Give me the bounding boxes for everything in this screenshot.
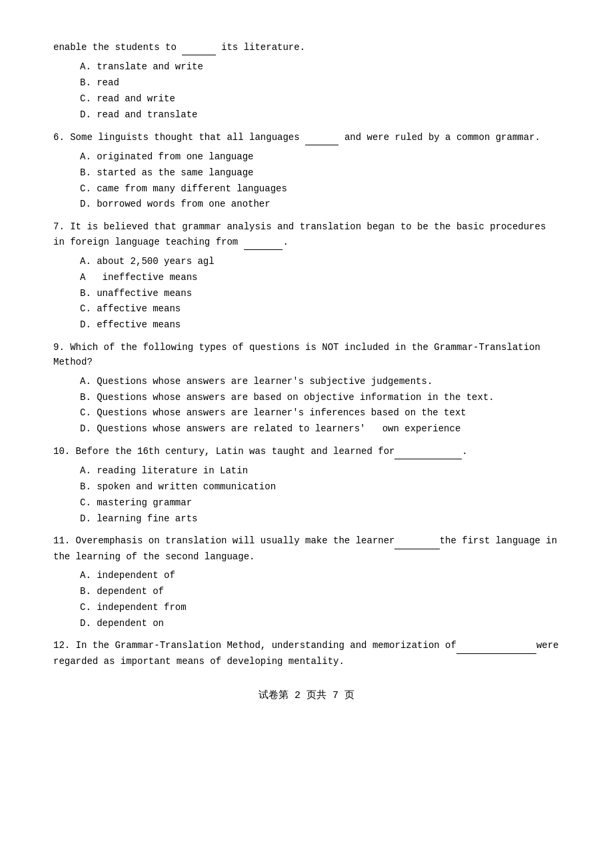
list-item: C. mastering grammar <box>80 495 560 511</box>
options-q10: A. reading literature in Latin B. spoken… <box>80 463 560 527</box>
intro-options: A. translate and write B. read C. read a… <box>80 59 560 123</box>
blank-intro <box>182 40 215 55</box>
list-item: D. read and translate <box>80 107 560 123</box>
list-item: A. reading literature in Latin <box>80 463 560 479</box>
list-item: B. Questions whose answers are based on … <box>80 390 560 406</box>
intro-line: enable the students to its literature. <box>53 40 560 55</box>
list-item: B. started as the same language <box>80 165 560 181</box>
list-item: A. translate and write <box>80 59 560 75</box>
page-footer: 试卷第 2 页共 7 页 <box>53 689 560 701</box>
page-content: enable the students to its literature. A… <box>53 40 560 701</box>
list-item: A. originated from one language <box>80 149 560 165</box>
blank-q7 <box>244 235 283 250</box>
blank-q12 <box>456 638 536 653</box>
list-item: B. dependent of <box>80 584 560 600</box>
list-item: C. Questions whose answers are learner's… <box>80 405 560 421</box>
options-q11: A. independent of B. dependent of C. ind… <box>80 568 560 631</box>
options-q6: A. originated from one language B. start… <box>80 149 560 213</box>
list-item: C. affective means <box>80 301 560 317</box>
list-item: A. about 2,500 years agl <box>80 254 560 270</box>
list-item: C. came from many different languages <box>80 181 560 197</box>
blank-q10 <box>394 444 462 459</box>
blank-q6 <box>305 130 338 145</box>
question-7: 7. It is believed that grammar analysis … <box>53 219 560 250</box>
list-item: A ineffective means <box>80 270 560 286</box>
footer-text: 试卷第 2 页共 7 页 <box>259 690 354 701</box>
list-item: A. independent of <box>80 568 560 584</box>
list-item: D. borrowed words from one another <box>80 197 560 213</box>
list-item: A. Questions whose answers are learner's… <box>80 374 560 390</box>
list-item: B. unaffective means <box>80 286 560 302</box>
list-item: C. read and write <box>80 91 560 107</box>
list-item: D. Questions whose answers are related t… <box>80 421 560 437</box>
list-item: B. read <box>80 75 560 91</box>
question-9: 9. Which of the following types of quest… <box>53 340 560 370</box>
list-item: D. dependent on <box>80 616 560 632</box>
question-10: 10. Before the 16th century, Latin was t… <box>53 444 560 459</box>
options-q9: A. Questions whose answers are learner's… <box>80 374 560 437</box>
list-item: B. spoken and written communication <box>80 479 560 495</box>
list-item: C. independent from <box>80 600 560 616</box>
question-12: 12. In the Grammar-Translation Method, u… <box>53 638 560 669</box>
question-11: 11. Overemphasis on translation will usu… <box>53 533 560 564</box>
options-q7: A. about 2,500 years agl A ineffective m… <box>80 254 560 333</box>
blank-q11 <box>394 533 439 549</box>
list-item: D. effective means <box>80 317 560 333</box>
list-item: D. learning fine arts <box>80 511 560 527</box>
question-6: 6. Some linguists thought that all langu… <box>53 130 560 145</box>
